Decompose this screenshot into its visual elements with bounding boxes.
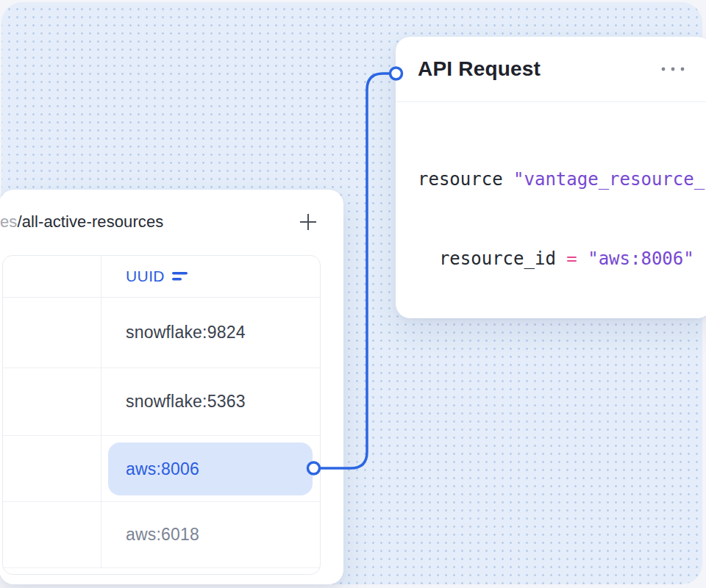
uuid-cell: aws:8006 xyxy=(126,459,199,479)
code-line: resource_id = "aws:8006" xyxy=(418,245,706,272)
code-block: resource "vantage_resource_c resource_id… xyxy=(396,101,706,318)
table-row[interactable]: snowflake:5363 xyxy=(3,368,320,436)
row-cell-empty xyxy=(3,436,101,501)
api-card-header: API Request xyxy=(396,37,706,102)
selected-row-pill: aws:8006 xyxy=(108,442,313,495)
uuid-column-label: UUID xyxy=(126,268,165,285)
title-path: /all-active-resources xyxy=(17,212,163,232)
code-line: resource "vantage_resource_c xyxy=(418,166,706,193)
table-row-selected[interactable]: aws:8006 xyxy=(3,436,320,502)
sort-descending-icon xyxy=(172,271,188,284)
resources-card-title: es/all-active-resources xyxy=(0,190,163,254)
plus-icon xyxy=(299,223,318,234)
resources-card-header: es/all-active-resources xyxy=(0,190,343,254)
api-card-title: API Request xyxy=(418,37,541,101)
add-button[interactable] xyxy=(299,212,318,232)
table-row[interactable]: aws:6018 xyxy=(3,502,320,568)
uuid-cell: snowflake:5363 xyxy=(126,392,246,412)
menu-button[interactable] xyxy=(660,59,693,78)
resources-card: es/all-active-resources UUID snowfl xyxy=(0,190,343,584)
title-prefix: es xyxy=(0,212,17,232)
uuid-cell: snowflake:9824 xyxy=(126,323,246,343)
row-cell-empty xyxy=(3,368,101,435)
resources-table: UUID snowflake:9824 snowflake:5363 aws xyxy=(2,255,321,575)
row-cell-empty xyxy=(3,502,101,567)
api-request-card: API Request resource "vantage_resource_c… xyxy=(396,37,706,318)
row-cell-empty xyxy=(3,298,101,368)
header-cell-empty xyxy=(3,256,101,297)
table-header-row: UUID xyxy=(3,256,320,298)
table-row[interactable]: snowflake:9824 xyxy=(3,298,320,368)
page-background: es/all-active-resources UUID snowfl xyxy=(0,0,706,588)
uuid-cell: aws:6018 xyxy=(126,525,199,545)
ellipsis-icon xyxy=(660,63,687,74)
header-cell-uuid[interactable]: UUID xyxy=(101,256,320,297)
